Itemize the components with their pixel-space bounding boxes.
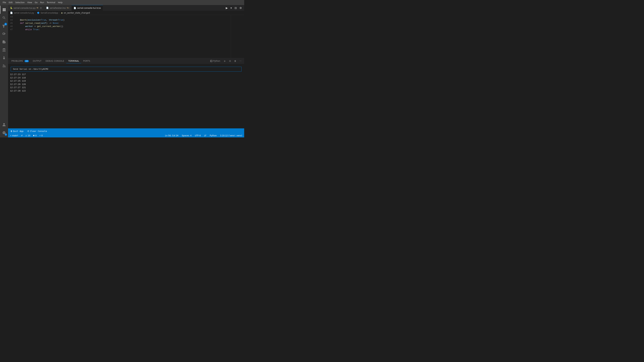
menu-help[interactable]: Help <box>57 1 64 4</box>
activity-extensions[interactable] <box>0 38 8 46</box>
breadcrumb-method-icon: ◈ <box>61 11 63 14</box>
status-language[interactable]: Python <box>209 134 218 137</box>
tab-modified-badge-2: 9+ <box>67 7 70 9</box>
panel-tab-problems[interactable]: PROBLEMS 10 <box>10 59 31 63</box>
log-line-2: 12:27:24 118 <box>10 76 242 80</box>
activity-docker[interactable] <box>0 62 8 70</box>
key-clear-desc: Clear Console <box>30 130 47 132</box>
line-num-46: 46 <box>8 25 15 28</box>
terminal-log: 12:27:23 117 12:27:24 118 12:27:25 119 1… <box>10 73 242 92</box>
tab-close-1[interactable]: × <box>40 6 42 9</box>
split-terminal-button[interactable]: ⊟ <box>228 59 232 63</box>
status-warnings[interactable]: ✖ 0 <box>32 134 38 137</box>
eol-label: LF <box>204 134 206 137</box>
status-sync[interactable]: ↺ <box>20 134 23 137</box>
log-line-3: 12:27:25 119 <box>10 79 242 83</box>
python-version-label: 3.10.12 ('venv': venv) <box>220 134 242 137</box>
breadcrumb-class[interactable]: SerialConsoleApp <box>40 12 58 14</box>
split-icon: ⊟ <box>229 60 231 62</box>
python-label: Python <box>213 60 220 62</box>
status-cursor[interactable]: Ln 58, Col 24 <box>164 134 179 137</box>
problems-badge: 10 <box>24 60 29 62</box>
breadcrumb-sep-2: › <box>59 12 60 14</box>
error-count: 10 <box>28 134 30 137</box>
activity-explorer[interactable] <box>0 6 8 14</box>
warning-icon: ✖ <box>33 134 35 137</box>
delete-terminal-button[interactable]: 🗑 <box>233 59 238 63</box>
tab-label-3: serial-console-tui.tcss <box>77 7 101 9</box>
status-info[interactable]: ⚡ 0 <box>38 134 43 137</box>
activity-source-control[interactable]: 1 <box>0 22 8 30</box>
breadcrumb-method[interactable]: on_worker_state_changed <box>64 12 90 14</box>
line-num-43: 43 <box>8 15 15 18</box>
log-line-6: 12:27:28 122 <box>10 89 242 93</box>
log-line-4: 12:27:26 120 <box>10 83 242 86</box>
spaces-label: Spaces: 4 <box>182 134 192 137</box>
status-spaces[interactable]: Spaces: 4 <box>181 134 192 137</box>
run-icon-area: ▶ ▾ ⊟ ⚙ <box>225 5 244 11</box>
code-content-44: @work(exclusive=True, thread=True) <box>15 19 64 21</box>
status-left: ⚡ main* ↺ ⚠ 10 ✖ 0 ⚡ 0 <box>10 134 43 137</box>
menu-edit[interactable]: Edit <box>8 1 14 4</box>
tab-modified-badge-1: M <box>36 7 38 9</box>
run-button[interactable]: ▶ <box>225 6 229 10</box>
more-panel-actions[interactable]: ··· <box>238 59 243 63</box>
terminal-input-box[interactable]: Send Serial on /dev/ttyACM0 <box>11 67 242 71</box>
line-num-45: 45 <box>8 22 15 24</box>
breadcrumb-file-icon: 📄 <box>10 11 13 14</box>
status-eol[interactable]: LF <box>204 134 207 137</box>
status-errors[interactable]: ⚠ 10 <box>24 134 31 137</box>
code-editor[interactable]: 43 44 @work(exclusive=True, thread=True)… <box>8 15 231 58</box>
activity-testing[interactable] <box>0 54 8 62</box>
run-dropdown-button[interactable]: ▾ <box>230 6 233 10</box>
panel-tab-debug-console[interactable]: DEBUG CONSOLE <box>44 59 66 63</box>
breadcrumb-file[interactable]: serial-console-tui.py <box>14 12 34 14</box>
menu-run[interactable]: Run <box>39 1 46 4</box>
menu-go[interactable]: Go <box>33 1 39 4</box>
settings-badge: 1 <box>5 133 7 136</box>
tab-label-1: serial-console-tui.py <box>14 7 36 9</box>
code-line-47: 47 while True: <box>8 28 231 31</box>
key-quit-desc: Quit App <box>13 130 24 132</box>
source-control-badge: 1 <box>4 23 7 25</box>
log-line-1: 12:27:23 117 <box>10 73 242 76</box>
py-file-icon: 🐍 <box>10 7 12 9</box>
split-editor-button[interactable]: ⊟ <box>234 6 238 10</box>
key-c: C <box>28 130 29 132</box>
menu-view[interactable]: View <box>26 1 33 4</box>
svg-text:⊞: ⊞ <box>211 60 212 61</box>
activity-run-debug[interactable] <box>0 30 8 38</box>
status-python-version[interactable]: 3.10.12 ('venv': venv) <box>219 134 243 137</box>
tab-serialtester-ino[interactable]: 📄 serialtester.ino 9+ <box>44 5 72 11</box>
error-icon: ⚠ <box>25 134 27 137</box>
activity-search[interactable] <box>0 14 8 22</box>
panel-tab-terminal[interactable]: TERMINAL <box>66 59 81 63</box>
tab-label-2: serialtester.ino <box>50 7 66 9</box>
status-encoding[interactable]: UTF-8 <box>194 134 202 137</box>
activity-remote-explorer[interactable] <box>0 46 8 54</box>
activity-accounts[interactable] <box>0 121 8 129</box>
activity-settings[interactable]: 1 <box>0 129 8 137</box>
tab-serial-console-tui-py[interactable]: 🐍 serial-console-tui.py M × <box>8 5 44 11</box>
minimap <box>231 15 244 58</box>
panel-tab-ports[interactable]: PORTS <box>81 59 92 63</box>
code-content-45: def serial_read(self) -> None: <box>15 22 59 24</box>
new-terminal-button[interactable]: + <box>222 59 227 63</box>
key-q: Q <box>11 130 12 132</box>
status-bar: ⚡ main* ↺ ⚠ 10 ✖ 0 ⚡ 0 <box>8 134 244 137</box>
menu-terminal[interactable]: Terminal <box>46 1 57 4</box>
status-branch[interactable]: ⚡ main* <box>10 134 19 137</box>
branch-name: main* <box>12 134 18 137</box>
branch-icon: ⚡ <box>10 134 12 137</box>
menu-file[interactable]: File <box>1 1 8 4</box>
panel-tab-output[interactable]: OUTPUT <box>31 59 44 63</box>
key-binding-quit: Q Quit App <box>11 130 24 132</box>
tab-serial-console-tui-tcss[interactable]: 📄 serial-console-tui.tcss <box>72 5 103 11</box>
menubar: File Edit Selection View Go Run Terminal… <box>0 0 244 5</box>
terminal-python-selector[interactable]: ⊞ Python <box>209 59 222 63</box>
terminal-content[interactable]: Send Serial on /dev/ttyACM0 12:27:23 117… <box>8 64 244 128</box>
customize-layout-button[interactable]: ⚙ <box>238 6 243 10</box>
code-content-47: while True: <box>15 28 40 31</box>
menu-selection[interactable]: Selection <box>14 1 26 4</box>
breadcrumb-sep-1: › <box>35 12 36 14</box>
